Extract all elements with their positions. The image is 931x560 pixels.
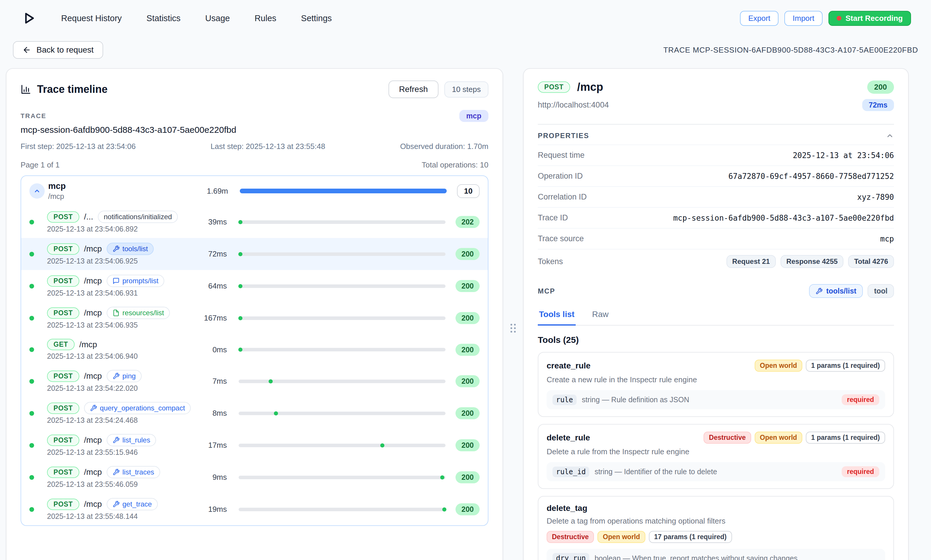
property-label: Trace source xyxy=(538,234,584,243)
panel-resize-handle[interactable] xyxy=(508,321,518,335)
operation-duration: 64ms xyxy=(193,282,239,291)
timeline-row[interactable]: POST /mcp resources/list 2025-12-13 at 2… xyxy=(21,302,488,334)
timeline-marker-icon xyxy=(274,411,278,415)
tool-name: delete_rule xyxy=(546,433,590,443)
panel-title: Trace timeline xyxy=(37,83,108,95)
subheader: Back to request TRACE MCP-SESSION-6AFDB9… xyxy=(0,37,931,67)
timeline-marker-icon xyxy=(239,316,242,320)
operation-timestamp: 2025-12-13 at 23:54:22.020 xyxy=(47,384,193,392)
collapse-chevron-icon[interactable] xyxy=(29,183,45,198)
tool-annotation-badge: Destructive xyxy=(703,432,751,444)
status-dot-icon xyxy=(29,347,34,352)
timeline-row[interactable]: POST /mcp prompts/list 2025-12-13 at 23:… xyxy=(21,270,488,302)
timeline-row[interactable]: POST /mcp list_traces 2025-12-13 at 23:5… xyxy=(21,461,488,493)
timeline-row[interactable]: POST /... notifications/initialized 2025… xyxy=(21,206,488,238)
timeline-marker-icon xyxy=(440,475,444,480)
operation-url: http://localhost:4004 xyxy=(538,100,609,109)
timeline-track xyxy=(239,317,446,320)
timeline-marker-icon xyxy=(239,220,242,224)
timeline-track xyxy=(239,412,446,415)
property-label: Correlation ID xyxy=(538,192,587,202)
operation-duration: 7ms xyxy=(193,377,239,386)
total-operations-label: Total operations: 10 xyxy=(422,160,488,169)
tool-annotation-badge: Destructive xyxy=(546,531,594,543)
tab-raw[interactable]: Raw xyxy=(591,306,610,325)
wrench-icon xyxy=(816,288,823,295)
start-recording-button[interactable]: Start Recording xyxy=(828,11,911,26)
timeline-row[interactable]: POST /mcp tools/list 2025-12-13 at 23:54… xyxy=(21,238,488,270)
timeline-row[interactable]: POST query_operations_compact 2025-12-13… xyxy=(21,397,488,429)
export-button[interactable]: Export xyxy=(740,11,779,26)
operation-tag-badge: query_operations_compact xyxy=(84,402,191,414)
method-badge: POST xyxy=(47,307,79,319)
nav-settings[interactable]: Settings xyxy=(301,14,332,23)
operation-tag-badge: resources/list xyxy=(107,307,170,319)
back-to-request-button[interactable]: Back to request xyxy=(13,41,103,59)
operation-path: /mcp xyxy=(84,500,102,509)
operation-timestamp: 2025-12-13 at 23:54:06.931 xyxy=(47,289,193,297)
timeline-row[interactable]: POST /mcp ping 2025-12-13 at 23:54:22.02… xyxy=(21,365,488,397)
page-indicator: Page 1 of 1 xyxy=(21,160,60,169)
trace-timeline-panel: Trace timeline Refresh 10 steps TRACE mc… xyxy=(6,68,503,560)
logo-icon[interactable] xyxy=(20,9,38,27)
wrench-icon xyxy=(112,469,120,476)
status-dot-icon xyxy=(29,316,34,320)
properties-title: PROPERTIES xyxy=(538,132,589,140)
nav-request-history[interactable]: Request History xyxy=(61,14,122,23)
trace-label: TRACE xyxy=(21,112,46,120)
status-dot-icon xyxy=(29,507,34,512)
refresh-button[interactable]: Refresh xyxy=(388,80,439,98)
trace-source-badge: mcp xyxy=(459,110,488,122)
tool-name: delete_tag xyxy=(546,504,588,513)
steps-count-badge: 10 steps xyxy=(444,82,488,97)
timeline-row[interactable]: GET /mcp 2025-12-13 at 23:54:06.940 0ms … xyxy=(21,334,488,365)
tab-tools-list[interactable]: Tools list xyxy=(538,306,576,326)
operation-timestamp: 2025-12-13 at 23:55:48.144 xyxy=(47,512,193,521)
timeline-track xyxy=(239,476,446,479)
status-dot-icon xyxy=(29,443,34,448)
status-code-badge: 200 xyxy=(455,344,480,356)
nav-usage[interactable]: Usage xyxy=(205,14,230,23)
tool-annotation-badge: Open world xyxy=(755,432,803,444)
param-name: dry_run xyxy=(552,553,589,560)
start-recording-label: Start Recording xyxy=(845,14,903,23)
group-duration: 1.69m xyxy=(194,186,240,196)
property-label: Operation ID xyxy=(538,172,583,181)
status-code-badge: 200 xyxy=(455,407,480,419)
param-description: boolean — When true, report matches with… xyxy=(594,554,797,560)
pagination-row: Page 1 of 1 Total operations: 10 xyxy=(21,160,488,169)
timeline-row[interactable]: POST /mcp list_rules 2025-12-13 at 23:55… xyxy=(21,429,488,461)
timeline-track xyxy=(239,252,446,256)
timeline-bar-fill xyxy=(240,189,447,193)
operation-tag-badge: list_rules xyxy=(107,434,156,446)
tokens-label: Tokens xyxy=(538,257,563,266)
nav-rules[interactable]: Rules xyxy=(254,14,276,23)
detail-tabs: Tools list Raw xyxy=(538,306,894,326)
observed-duration-label: Observed duration: 1.70m xyxy=(400,142,488,151)
tokens-row: Tokens Request 21 Response 4255 Total 42… xyxy=(538,249,894,274)
method-badge: POST xyxy=(538,82,570,93)
nav-statistics[interactable]: Statistics xyxy=(146,14,180,23)
import-button[interactable]: Import xyxy=(784,11,823,26)
operation-duration: 9ms xyxy=(193,473,239,482)
tool-param-row: rule_id string — Identifier of the rule … xyxy=(546,462,885,481)
tool-annotation-badge: Open world xyxy=(597,531,645,543)
trace-group-header[interactable]: mcp /mcp 1.69m 10 xyxy=(21,176,488,206)
timeline-row[interactable]: POST /mcp get_trace 2025-12-13 at 23:55:… xyxy=(21,493,488,525)
operation-duration: 17ms xyxy=(193,441,239,450)
first-step-label: First step: 2025-12-13 at 23:54:06 xyxy=(21,142,136,151)
status-dot-icon xyxy=(29,284,34,289)
timeline-marker-icon xyxy=(239,348,242,352)
operation-path: /mcp xyxy=(84,371,102,381)
operation-path: /mcp xyxy=(84,244,102,254)
property-value: 2025-12-13 at 23:54:06 xyxy=(793,151,894,160)
trace-breadcrumb: TRACE MCP-SESSION-6AFDB900-5D88-43C3-A10… xyxy=(663,46,918,55)
tool-description: Delete a tag from operations matching op… xyxy=(546,517,885,526)
timeline-track xyxy=(239,444,446,447)
collapse-properties-icon[interactable] xyxy=(886,132,894,140)
method-badge: POST xyxy=(47,403,79,414)
operation-path: /... xyxy=(84,212,93,222)
timeline-track xyxy=(239,285,446,288)
tool-name-badge: tools/list xyxy=(809,284,863,298)
tool-card: delete_tag Delete a tag from operations … xyxy=(538,496,894,560)
